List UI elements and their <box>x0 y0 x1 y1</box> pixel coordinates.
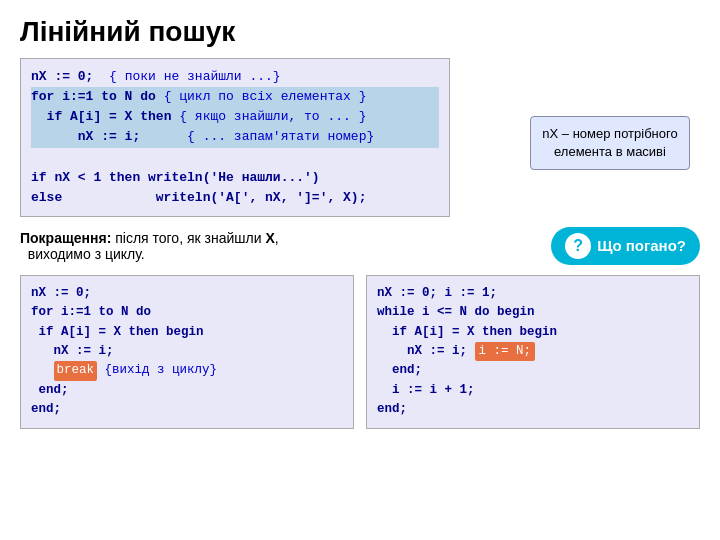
code-line-3: if A[i] = X then { якщо знайшли, то ... … <box>31 107 439 127</box>
left-line-3: if A[i] = X then begin <box>31 323 343 342</box>
code-block-left: nX := 0; for i:=1 to N do if A[i] = X th… <box>20 275 354 429</box>
left-line-1: nX := 0; <box>31 284 343 303</box>
code-line-2: for i:=1 to N do { цикл по всіх елемента… <box>31 87 439 107</box>
improvement-label: Покращення: <box>20 230 111 246</box>
left-line-6: end; <box>31 381 343 400</box>
code-line-1: nX := 0; { поки не знайшли ...} <box>31 67 439 87</box>
left-line-4: nX := i; <box>31 342 343 361</box>
improvement-text: Покращення: після того, як знайшли X, ви… <box>20 230 541 262</box>
bottom-row: nX := 0; for i:=1 to N do if A[i] = X th… <box>20 275 700 429</box>
right-line-1: nX := 0; i := 1; <box>377 284 689 303</box>
right-line-2: while i <= N do begin <box>377 303 689 322</box>
question-badge-label: Що погано? <box>597 237 686 254</box>
tooltip-text: nX – номер потрібного елемента в масиві <box>542 126 677 159</box>
code-line-blank <box>31 148 439 168</box>
code-block-top: nX := 0; { поки не знайшли ...} for i:=1… <box>20 58 450 217</box>
left-line-5: break {вихід з циклу} <box>31 361 343 380</box>
tooltip-box: nX – номер потрібного елемента в масиві <box>530 116 690 170</box>
right-line-7: end; <box>377 400 689 419</box>
code-block-right: nX := 0; i := 1; while i <= N do begin i… <box>366 275 700 429</box>
right-line-5: end; <box>377 361 689 380</box>
question-icon: ? <box>565 233 591 259</box>
code-line-5: if nX < 1 then writeln('Не нашли...') <box>31 168 439 188</box>
i-highlight: i := N; <box>475 342 536 361</box>
page-title: Лінійний пошук <box>20 16 700 48</box>
page: Лінійний пошук nX := 0; { поки не знайшл… <box>0 0 720 540</box>
code-line-4: nX := i; { ... запам'ятати номер} <box>31 127 439 147</box>
middle-row: Покращення: після того, як знайшли X, ви… <box>20 227 700 265</box>
right-line-4: nX := i; i := N; <box>377 342 689 361</box>
code-line-6: else writeln('A[', nX, ']=', X); <box>31 188 439 208</box>
break-highlight: break <box>54 361 98 380</box>
right-line-3: if A[i] = X then begin <box>377 323 689 342</box>
right-line-6: i := i + 1; <box>377 381 689 400</box>
left-line-2: for i:=1 to N do <box>31 303 343 322</box>
question-badge[interactable]: ? Що погано? <box>551 227 700 265</box>
left-line-7: end; <box>31 400 343 419</box>
